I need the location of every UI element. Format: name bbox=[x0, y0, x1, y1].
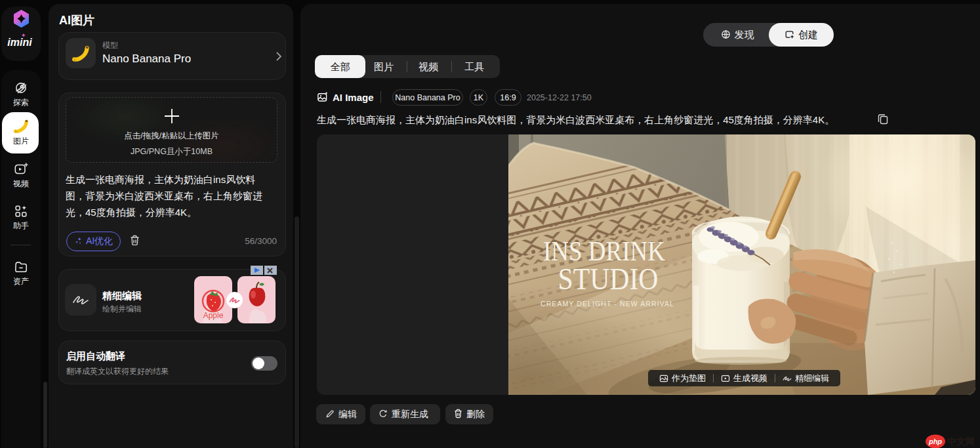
svg-text:STUDIO: STUDIO bbox=[558, 262, 659, 296]
svg-text:CREAMY DELIGHT - NEW ARRIVAL: CREAMY DELIGHT - NEW ARRIVAL bbox=[541, 300, 674, 308]
svg-text:中文网: 中文网 bbox=[947, 436, 975, 447]
svg-text:Apple: Apple bbox=[203, 311, 224, 320]
svg-text:php: php bbox=[928, 438, 942, 445]
